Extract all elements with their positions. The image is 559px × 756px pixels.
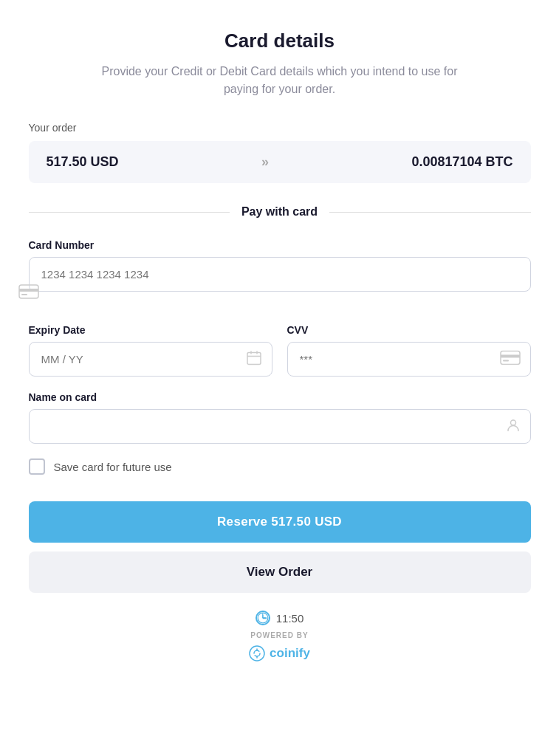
order-section: Your order 517.50 USD » 0.00817104 BTC [29,122,531,183]
svg-point-11 [258,613,268,623]
name-label: Name on card [29,391,531,403]
powered-by-label: POWERED BY [250,631,308,639]
divider-line-left [29,212,230,213]
order-box: 517.50 USD » 0.00817104 BTC [29,141,531,183]
coinify-logo-icon [249,645,265,662]
save-card-row: Save card for future use [29,458,531,475]
cvv-label: CVV [287,324,531,336]
save-card-label[interactable]: Save card for future use [54,461,172,473]
order-amount-usd: 517.50 USD [47,154,119,170]
svg-rect-8 [501,354,520,357]
svg-rect-2 [21,294,27,295]
svg-point-10 [510,420,515,425]
name-group: Name on card [29,391,531,444]
card-number-input[interactable] [29,257,531,292]
order-arrow: » [261,154,269,170]
coinify-brand: coinify [249,645,310,662]
calendar-icon [246,349,262,369]
page-container: Card details Provide your Credit or Debi… [29,30,531,662]
svg-rect-3 [247,352,261,364]
person-icon [506,417,521,436]
svg-rect-1 [19,289,38,292]
card-number-label: Card Number [29,239,531,251]
card-number-group: Card Number [29,239,531,309]
order-amount-btc: 0.00817104 BTC [411,154,512,170]
coinify-name: coinify [270,646,310,661]
name-input[interactable] [29,409,531,444]
divider-line-right [329,212,530,213]
cvv-input[interactable] [287,342,531,377]
expiry-cvv-row: Expiry Date CVV [29,324,531,391]
footer: 11:50 POWERED BY coinify [249,611,310,662]
cvv-group: CVV [287,324,531,377]
pay-with-card-divider: Pay with card [29,205,531,219]
card-number-wrapper [29,257,531,309]
footer-time-row: 11:50 [256,611,304,625]
page-title: Card details [224,30,335,52]
order-label: Your order [29,122,531,134]
footer-time-value: 11:50 [276,612,304,625]
clock-icon [256,611,270,625]
card-form: Card Number Expiry Date [29,239,531,501]
svg-point-14 [250,646,264,661]
expiry-wrapper [29,342,272,377]
page-subtitle: Provide your Credit or Debit Card detail… [88,63,472,98]
divider-text: Pay with card [230,205,329,219]
reserve-button[interactable]: Reserve 517.50 USD [29,501,531,543]
svg-rect-9 [503,360,509,361]
expiry-group: Expiry Date [29,324,272,377]
expiry-label: Expiry Date [29,324,272,336]
save-card-checkbox[interactable] [29,458,45,475]
cvv-card-icon [500,350,521,368]
expiry-input[interactable] [29,342,272,377]
card-icon [18,284,39,299]
view-order-button[interactable]: View Order [29,551,531,593]
name-wrapper [29,409,531,444]
cvv-wrapper [287,342,531,377]
